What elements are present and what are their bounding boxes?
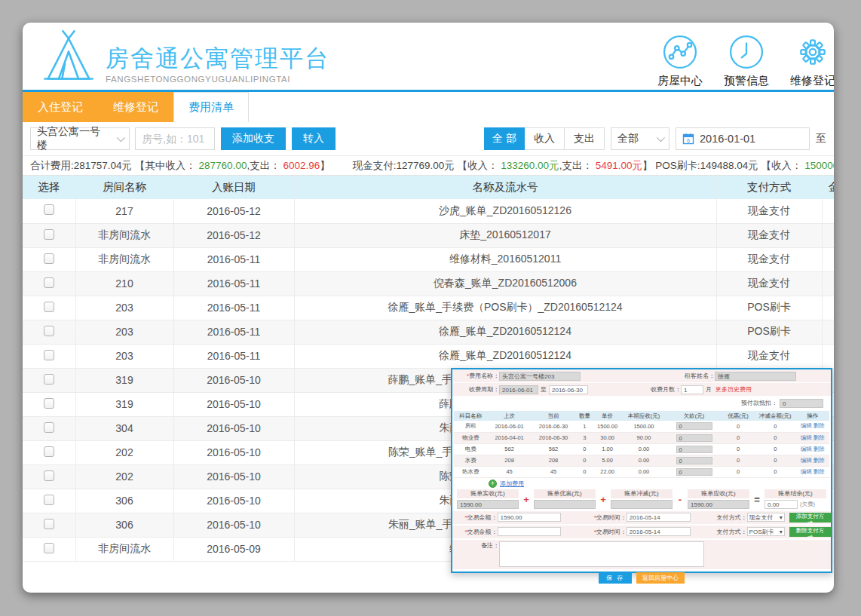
- back-to-house-center-button[interactable]: 返回房屋中心: [636, 572, 685, 584]
- row-checkbox[interactable]: [44, 350, 54, 360]
- room-number-input[interactable]: [135, 127, 215, 150]
- fee-arrears-cell: 0: [666, 421, 722, 432]
- add-income-expense-button[interactable]: 添加收支: [221, 127, 286, 150]
- add-fee-row: + 添加费用: [489, 480, 831, 488]
- row-checkbox[interactable]: [44, 204, 54, 215]
- type-select[interactable]: 全部: [611, 127, 669, 150]
- segment-支出[interactable]: 支出: [565, 127, 605, 150]
- period-from-field[interactable]: 2016-06-01: [499, 385, 538, 394]
- fee-current-cell: 2016-06-30: [532, 432, 575, 443]
- summary-segment: 】: [320, 159, 330, 173]
- bill-name-link[interactable]: 倪春森_账单_ZD20160512006: [294, 271, 716, 296]
- fee-offset-cell: 0: [755, 466, 795, 477]
- tab-费用清单[interactable]: 费用清单: [173, 92, 249, 122]
- fee-arrears-input[interactable]: 0: [676, 457, 712, 464]
- delete-fee-link[interactable]: 删除: [814, 434, 825, 441]
- payment-row: 交易金额：1590.00交易时间：2016-05-14支付方式：现金支付▾添加支…: [452, 511, 831, 524]
- tenant-name-label: 租客姓名：: [581, 372, 715, 380]
- nav-预警信息[interactable]: 预警信息: [713, 35, 780, 88]
- transaction-time-field[interactable]: 2016-05-14: [627, 527, 691, 536]
- fee-subject-cell: 房租: [454, 421, 487, 432]
- bill-name-link[interactable]: 沙虎_账单_ZD20160512126: [294, 199, 716, 223]
- row-checkbox[interactable]: [44, 446, 54, 457]
- equals-operator: =: [752, 494, 761, 505]
- summary-segment: ,支出：: [559, 159, 596, 173]
- plus-operator: +: [522, 494, 531, 505]
- payment-method-value: POS刷卡: [749, 528, 774, 535]
- row-checkbox[interactable]: [44, 398, 54, 409]
- segment-全部[interactable]: 全 部: [484, 127, 525, 150]
- delete-fee-link[interactable]: 删除: [814, 446, 825, 452]
- edit-fee-link[interactable]: 编辑: [801, 434, 812, 441]
- fee-current-cell: 2016-06-30: [532, 421, 575, 432]
- fee-arrears-input[interactable]: 0: [676, 434, 712, 442]
- fee-receivable-cell: 1500.00: [621, 421, 666, 432]
- select-cell: [23, 247, 75, 271]
- row-checkbox[interactable]: [44, 422, 54, 433]
- payment-method-select[interactable]: POS刷卡▾: [747, 527, 785, 536]
- bill-received-block: 账单实收(元) 1590.00: [457, 489, 519, 510]
- row-checkbox[interactable]: [44, 326, 54, 336]
- bill-discount-field: [534, 500, 596, 509]
- type-select-value: 全部: [617, 132, 639, 146]
- edit-fee-link[interactable]: 编辑: [801, 457, 812, 464]
- fee-arrears-input[interactable]: 0: [676, 446, 712, 453]
- row-checkbox[interactable]: [44, 543, 54, 553]
- bill-name-link[interactable]: 徐雁_账单_ZD20160512124: [294, 344, 716, 368]
- room-cell: 319: [75, 368, 173, 392]
- nav-维修登记[interactable]: 维修登记: [780, 35, 834, 88]
- filter-right-group: 全 部收入支出 全部 6 2016-01-01 至: [484, 127, 826, 150]
- transaction-amount-field[interactable]: [498, 527, 562, 536]
- table-row: 非房间流水2016-05-11维修材料_20160512011现金支付-4: [23, 247, 834, 271]
- segment-收入[interactable]: 收入: [525, 127, 565, 150]
- tab-入住登记[interactable]: 入住登记: [23, 92, 98, 122]
- chevron-down-icon: [657, 133, 665, 142]
- save-button[interactable]: 保 存: [599, 572, 632, 584]
- row-checkbox[interactable]: [44, 229, 54, 240]
- row-checkbox[interactable]: [44, 302, 54, 312]
- period-to-field[interactable]: 2016-06-30: [549, 385, 588, 394]
- fee-arrears-input[interactable]: 0: [676, 422, 712, 430]
- fee-current-cell: 45: [532, 466, 575, 477]
- bill-name-link[interactable]: 维修材料_20160512011: [294, 247, 716, 271]
- transaction-time-field[interactable]: 2016-05-14: [627, 513, 691, 522]
- fee-item-row: 热水费4545022.000.00000编辑 删除: [454, 466, 829, 477]
- add-payment-method-button[interactable]: 添加支付方式: [789, 513, 831, 523]
- building-select[interactable]: 头宫公寓一号楼: [30, 127, 130, 150]
- delete-fee-link[interactable]: 删除: [814, 422, 825, 429]
- transfer-in-button[interactable]: 转入: [292, 127, 336, 150]
- row-checkbox[interactable]: [44, 495, 54, 505]
- date-from-input[interactable]: 6 2016-01-01: [676, 127, 810, 150]
- bill-name-link[interactable]: 床垫_20160512017: [294, 223, 716, 247]
- edit-fee-link[interactable]: 编辑: [801, 422, 812, 429]
- bill-receivable-block: 账单应收(元) 1590.00: [688, 489, 749, 510]
- delete-fee-link[interactable]: 删除: [814, 457, 825, 464]
- add-fee-link[interactable]: 添加费用: [500, 480, 524, 488]
- row-checkbox[interactable]: [44, 519, 54, 529]
- date-cell: 2016-05-10: [173, 513, 294, 537]
- payment-method-select[interactable]: 现金支付▾: [747, 513, 785, 522]
- delete-payment-method-button[interactable]: 删除支付方式: [789, 527, 831, 537]
- select-cell: [23, 440, 75, 464]
- tab-维修登记[interactable]: 维修登记: [98, 92, 173, 122]
- fee-price-cell: 1.00: [593, 443, 620, 455]
- summary-bar: 合计费用:281757.04元 【其中收入： 287760.00,支出： 600…: [23, 155, 834, 176]
- edit-fee-link[interactable]: 编辑: [801, 468, 812, 475]
- row-checkbox[interactable]: [44, 277, 54, 288]
- row-checkbox[interactable]: [44, 470, 54, 481]
- edit-fee-link[interactable]: 编辑: [801, 446, 812, 452]
- bill-name-link[interactable]: 徐雁_账单_ZD20160512124: [294, 320, 716, 344]
- remark-textarea[interactable]: [499, 541, 704, 567]
- charge-months-field[interactable]: 1: [681, 385, 703, 394]
- room-cell: 非房间流水: [75, 537, 173, 561]
- history-fees-link[interactable]: 更多历史费用: [715, 385, 752, 394]
- select-cell: [23, 464, 75, 489]
- logo-text: 房舍通公寓管理平台 FANGSHETONGGONGYUGUANLIPINGTAI: [106, 46, 329, 83]
- nav-房屋中心[interactable]: 房屋中心: [647, 35, 713, 88]
- row-checkbox[interactable]: [44, 374, 54, 385]
- transaction-amount-field[interactable]: 1590.00: [498, 513, 562, 522]
- row-checkbox[interactable]: [44, 253, 54, 264]
- delete-fee-link[interactable]: 删除: [814, 468, 825, 475]
- fee-arrears-input[interactable]: 0: [676, 468, 712, 476]
- chevron-down-icon: [117, 133, 125, 142]
